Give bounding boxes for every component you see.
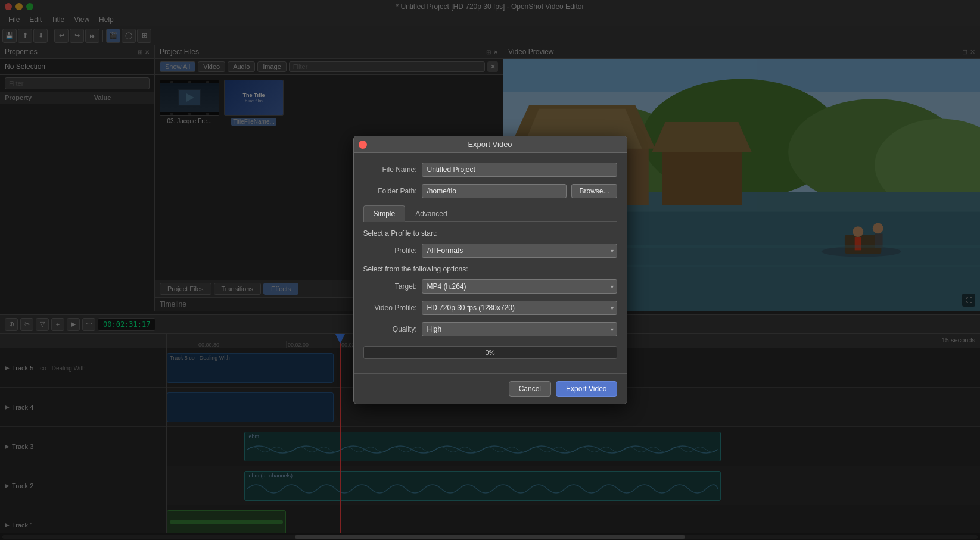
dialog-footer: Cancel Export Video — [354, 373, 627, 404]
cancel-btn[interactable]: Cancel — [509, 381, 551, 397]
tab-simple[interactable]: Simple — [363, 205, 406, 222]
quality-select[interactable]: Low Medium High Very High Lossless — [422, 322, 617, 336]
video-profile-label: Video Profile: — [363, 304, 417, 312]
video-profile-select[interactable]: HD 720p 30 fps (1280x720) HD 1080p 30 fp… — [422, 301, 617, 315]
file-name-field: File Name: — [363, 163, 617, 177]
folder-path-label: Folder Path: — [363, 187, 417, 195]
tab-advanced[interactable]: Advanced — [405, 205, 457, 221]
video-profile-select-wrapper: HD 720p 30 fps (1280x720) HD 1080p 30 fp… — [422, 301, 617, 315]
dialog-titlebar: Export Video — [354, 136, 627, 153]
quality-field: Quality: Low Medium High Very High Lossl… — [363, 322, 617, 336]
target-select-wrapper: MP4 (h.264) WebM OGG AVI ▾ — [422, 279, 617, 294]
file-name-label: File Name: — [363, 166, 417, 174]
browse-btn[interactable]: Browse... — [571, 184, 617, 198]
dialog-close-btn[interactable] — [359, 141, 367, 149]
target-field: Target: MP4 (h.264) WebM OGG AVI ▾ — [363, 279, 617, 294]
dialog-body: File Name: Folder Path: Browse... Simple… — [354, 153, 627, 373]
target-select[interactable]: MP4 (h.264) WebM OGG AVI — [422, 279, 617, 294]
progress-label: 0% — [486, 349, 495, 356]
dialog-title: Export Video — [468, 140, 512, 149]
profile-select-wrapper: All Formats ▾ — [422, 244, 617, 258]
video-profile-field: Video Profile: HD 720p 30 fps (1280x720)… — [363, 301, 617, 315]
target-label: Target: — [363, 282, 417, 291]
folder-path-input[interactable] — [422, 184, 567, 198]
folder-path-field: Folder Path: Browse... — [363, 184, 617, 198]
profile-select[interactable]: All Formats — [422, 244, 617, 258]
export-overlay: Export Video File Name: Folder Path: Bro… — [0, 0, 980, 540]
dialog-tabs: Simple Advanced — [363, 205, 617, 222]
file-name-input[interactable] — [422, 163, 617, 177]
export-dialog: Export Video File Name: Folder Path: Bro… — [353, 136, 627, 404]
profile-section-label: Select a Profile to start: — [363, 229, 617, 238]
quality-select-wrapper: Low Medium High Very High Lossless ▾ — [422, 322, 617, 336]
profile-label: Profile: — [363, 246, 417, 255]
quality-label: Quality: — [363, 325, 417, 333]
profile-field: Profile: All Formats ▾ — [363, 244, 617, 258]
export-btn[interactable]: Export Video — [556, 381, 617, 397]
options-section-label: Select from the following options: — [363, 265, 617, 273]
progress-container: 0% — [363, 346, 617, 359]
